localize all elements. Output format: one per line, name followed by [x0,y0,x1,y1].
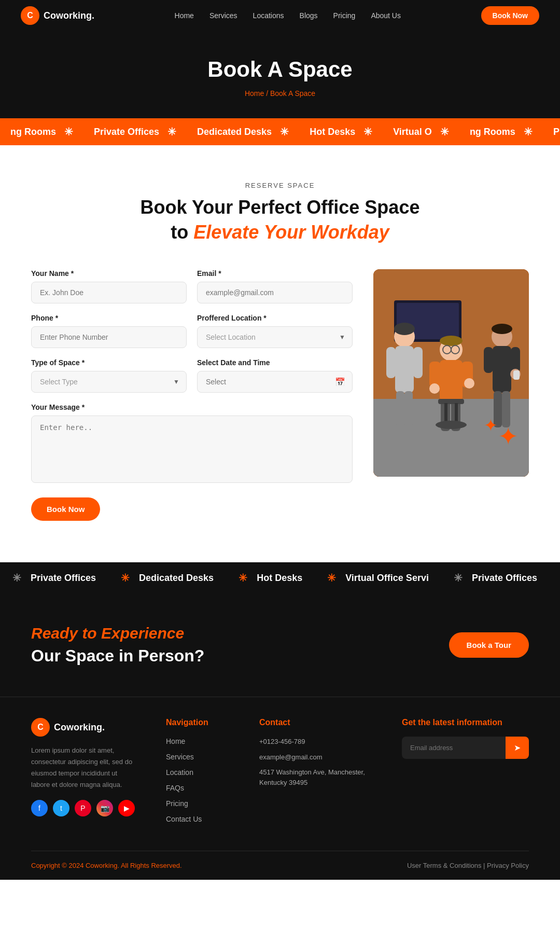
navbar: C Coworking. Home Services Locations Blo… [0,0,560,31]
newsletter-form: ➤ [402,737,529,759]
message-group: Your Message * [31,403,353,497]
footer-logo[interactable]: C Coworking. [31,718,135,737]
footer-brand: C Coworking. Lorem ipsum dolor sit amet,… [31,718,135,830]
instagram-icon[interactable]: 📷 [96,800,113,816]
booking-form: Your Name * Email * Phone * Proffered Lo… [31,269,353,521]
svg-rect-14 [395,346,414,393]
nav-home[interactable]: Home [175,11,194,20]
sparkle-icon-1: ✦ [484,415,498,435]
newsletter-email-input[interactable] [402,737,506,759]
type-select[interactable]: Select Type Private Office Dedicated Des… [31,371,187,393]
facebook-icon[interactable]: f [31,800,48,816]
ticker-bottom-item: ✳ Dedicated Desks [108,572,226,584]
footer-legal: User Terms & Conditions | Privacy Policy [407,862,529,869]
pinterest-icon[interactable]: P [75,800,91,816]
logo[interactable]: C Coworking. [21,6,94,25]
ticker-item: Private Offices ✳ [543,126,560,138]
form-row-3: Type of Space * Select Type Private Offi… [31,358,353,393]
breadcrumb-home: Home [245,89,264,98]
footer-brand-link[interactable]: Coworking [86,862,117,869]
svg-point-13 [394,323,415,335]
footer-contact: Contact +0123-456-789 example@gmail.com … [259,718,371,830]
svg-point-25 [464,378,474,389]
svg-rect-34 [484,347,493,373]
footer-nav-title: Navigation [166,718,228,727]
phone-input[interactable] [31,326,187,348]
social-icons: f t P 📷 ▶ [31,800,135,816]
svg-rect-42 [455,403,458,424]
email-group: Email * [197,269,353,303]
date-label: Select Date and Time [197,358,353,367]
svg-rect-33 [493,346,511,393]
footer-link-faqs[interactable]: FAQs [166,784,184,792]
newsletter-submit-button[interactable]: ➤ [506,737,529,759]
ticker-item: Hot Desks ✳ [299,126,383,138]
footer-link-home[interactable]: Home [166,737,185,745]
book-now-button[interactable]: Book Now [31,497,100,521]
email-input[interactable] [197,282,353,303]
footer-bottom: Copyright © 2024 Coworking. All Rights R… [31,851,529,869]
nav-links: Home Services Locations Blogs Pricing Ab… [175,11,401,20]
breadcrumb-current: Book A Space [270,89,315,98]
footer-main: C Coworking. Lorem ipsum dolor sit amet,… [31,718,529,830]
main-subtitle-em: Elevate Your Workday [193,221,389,243]
book-tour-button[interactable]: Book a Tour [449,632,529,658]
calendar-icon: 📅 [335,377,345,387]
footer-navigation: Navigation Home Services Location FAQs P… [166,718,228,830]
type-select-wrap: Select Type Private Office Dedicated Des… [31,371,187,393]
office-image-inner: ✦ ✦ [373,269,529,477]
name-input[interactable] [31,282,187,303]
main-title: Book Your Perfect Office Space [31,197,529,218]
footer-newsletter-title: Get the latest information [402,718,529,727]
svg-point-20 [440,336,463,346]
footer-logo-text: Coworking. [54,722,105,733]
youtube-icon[interactable]: ▶ [118,800,135,816]
form-image-layout: Your Name * Email * Phone * Proffered Lo… [31,269,529,521]
footer-link-location[interactable]: Location [166,768,193,777]
location-select-wrap: Select Location New York Los Angeles Chi… [197,326,353,348]
twitter-icon[interactable]: t [53,800,69,816]
nav-pricing[interactable]: Pricing [333,11,356,20]
footer-newsletter: Get the latest information ➤ [402,718,529,830]
phone-label: Phone * [31,314,187,322]
breadcrumb-sep: / [266,89,268,98]
svg-point-32 [492,324,512,334]
logo-icon: C [21,6,39,25]
footer-link-services[interactable]: Services [166,753,194,761]
svg-rect-16 [413,347,423,378]
date-input-wrap: 📅 [197,371,353,393]
breadcrumb: Home / Book A Space [10,89,550,98]
reserve-label: RESERVE SPACE [31,182,529,189]
location-select[interactable]: Select Location New York Los Angeles Chi… [197,326,353,348]
main-subtitle: to Elevate Your Workday [31,221,529,243]
nav-about[interactable]: About Us [371,11,401,20]
ticker-item: Virtual O ✳ [383,126,459,138]
footer-contact-title: Contact [259,718,371,727]
svg-point-24 [429,383,440,394]
ticker-item: Dedicated Desks ✳ [187,126,299,138]
footer-link-pricing[interactable]: Pricing [166,799,188,808]
svg-rect-18 [404,391,413,427]
date-input[interactable] [197,371,353,393]
footer-link-contact[interactable]: Contact Us [166,815,202,823]
form-row-2: Phone * Proffered Location * Select Loca… [31,314,353,348]
message-textarea[interactable] [31,415,353,483]
cta-section: Ready to Experience Our Space in Person?… [0,593,560,697]
cta-strong-text: Our Space in Person? [31,646,204,665]
nav-locations[interactable]: Locations [253,11,284,20]
nav-blogs[interactable]: Blogs [300,11,318,20]
hero-section: Book A Space Home / Book A Space [0,31,560,118]
sparkle-icon-2: ✦ [498,422,519,451]
ticker-item: Private Offices ✳ [83,126,187,138]
office-image-section: ✦ ✦ [373,269,529,477]
ticker-bottom: ✳ Private Offices ✳ Dedicated Desks ✳ Ho… [0,562,560,593]
nav-book-button[interactable]: Book Now [481,6,539,25]
svg-rect-41 [444,403,447,424]
svg-rect-21 [440,360,463,401]
logo-text: Coworking. [44,10,94,21]
footer-address: 4517 Washington Ave, Manchester, Kentuck… [259,767,371,787]
svg-rect-40 [438,399,464,404]
email-label: Email * [197,269,353,278]
footer-logo-icon: C [31,718,50,737]
nav-services[interactable]: Services [209,11,237,20]
